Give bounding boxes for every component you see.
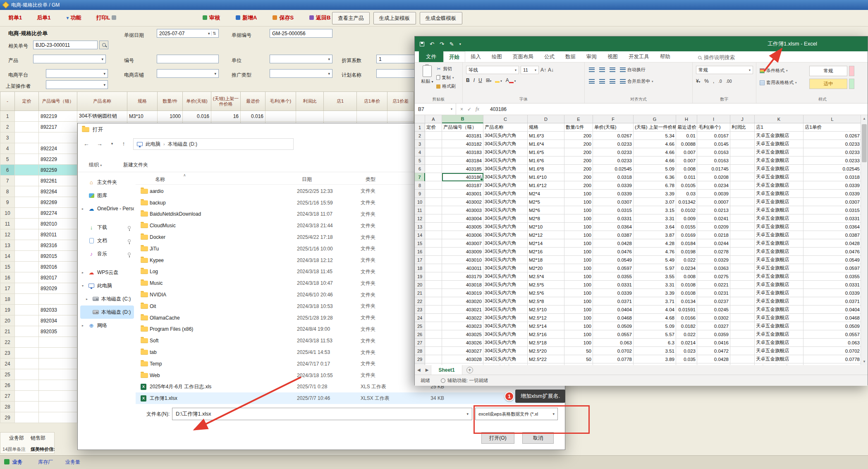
excel-cell[interactable] <box>730 248 755 256</box>
excel-cell[interactable]: M2.5*4 <box>528 272 564 281</box>
excel-cell[interactable]: M2*4 <box>528 190 564 198</box>
excel-cell[interactable]: 0.0102 <box>676 206 697 214</box>
number-format-select[interactable]: 常规▾ <box>696 66 753 74</box>
unit-select[interactable]: ▾ <box>270 55 332 63</box>
erp-cell[interactable] <box>15 197 39 208</box>
excel-cell[interactable]: 0.0339 <box>593 181 634 190</box>
excel-cell[interactable] <box>425 206 442 214</box>
excel-cell[interactable]: 100 <box>564 339 593 347</box>
excel-cell[interactable]: M2.5*6 <box>528 289 564 297</box>
excel-cell[interactable] <box>730 173 755 181</box>
currency-format-button[interactable]: ¥▾ <box>696 78 700 84</box>
sidebar-item-home[interactable]: ⌂主文件夹 <box>80 176 134 189</box>
excel-cell[interactable]: 0.0163 <box>697 156 730 165</box>
excel-cell[interactable] <box>425 339 442 347</box>
excel-cell[interactable]: 0.0182 <box>676 322 697 330</box>
excel-cell[interactable] <box>730 330 755 339</box>
scroll-up-icon[interactable]: ▲ <box>861 117 868 120</box>
open-button[interactable]: 打开(O) <box>481 432 514 444</box>
excel-cell[interactable]: 天卓五金旗舰店 <box>755 339 803 347</box>
erp-cell[interactable] <box>15 165 39 176</box>
excel-cell[interactable]: 0.0315 <box>593 206 634 214</box>
add-sheet-icon[interactable]: + <box>466 367 473 373</box>
erp-cell[interactable] <box>15 186 39 197</box>
erp-cell[interactable]: 892017 <box>39 272 77 283</box>
cell-styles-gallery[interactable]: 常规 适中 <box>809 66 854 89</box>
excel-cell[interactable] <box>730 156 755 165</box>
row-header[interactable]: 7 <box>415 173 425 181</box>
add-button[interactable]: 新增A <box>236 14 257 22</box>
ribbon-tab-数据[interactable]: 数据 <box>560 51 581 62</box>
excel-cell[interactable]: 天卓五金旗舰店 <box>755 322 803 330</box>
erp-cell[interactable] <box>15 337 39 348</box>
excel-cell[interactable] <box>425 239 442 248</box>
excel-cell[interactable]: 0.0184 <box>676 239 697 248</box>
excel-cell[interactable]: 利润比 <box>730 123 755 132</box>
excel-cell[interactable]: 304沉头内六角 <box>483 140 528 148</box>
excel-cell[interactable] <box>425 347 442 355</box>
excel-cell[interactable]: 0.01745 <box>697 165 730 173</box>
related-no-input[interactable]: BJD-23-000011 <box>33 41 98 49</box>
ribbon-tab-公式[interactable]: 公式 <box>539 51 560 62</box>
excel-cell[interactable]: 0.01 <box>676 132 697 140</box>
excel-cell[interactable]: 403018 <box>442 281 483 289</box>
excel-cell[interactable]: M2.5*12 <box>528 314 564 322</box>
excel-cell[interactable]: M2.5*14 <box>528 322 564 330</box>
excel-cell[interactable]: 304沉头内六角 <box>483 297 528 305</box>
align-right-icon[interactable] <box>610 79 615 84</box>
column-header-H[interactable]: H <box>676 115 697 123</box>
wrap-text-button[interactable]: 自动换行 <box>620 67 646 73</box>
excel-cell[interactable]: 0.0557 <box>803 330 861 339</box>
align-bottom-icon[interactable] <box>610 67 615 72</box>
excel-cell[interactable]: 403023 <box>442 322 483 330</box>
excel-cell[interactable]: 304沉头内六角 <box>483 165 528 173</box>
excel-cell[interactable]: 200 <box>564 132 593 140</box>
excel-cell[interactable]: 定价 <box>425 123 442 132</box>
excel-cell[interactable] <box>425 256 442 264</box>
excel-cell[interactable] <box>425 281 442 289</box>
excel-cell[interactable] <box>425 214 442 223</box>
excel-cell[interactable] <box>425 314 442 322</box>
excel-cell[interactable]: 0.0318 <box>593 173 634 181</box>
excel-cell[interactable]: M2*8 <box>528 214 564 223</box>
excel-cell[interactable]: 304沉头内六角 <box>483 148 528 156</box>
excel-cell[interactable]: 4.04 <box>634 305 676 314</box>
excel-cell[interactable]: M1.6*5 <box>528 148 564 156</box>
excel-cell[interactable]: 0.022 <box>676 256 697 264</box>
excel-cell[interactable]: 0.0355 <box>803 272 861 281</box>
excel-cell[interactable] <box>730 190 755 198</box>
erp-cell[interactable] <box>15 143 39 154</box>
excel-cell[interactable]: 0.0509 <box>593 322 634 330</box>
excel-cell[interactable]: M2*5 <box>528 198 564 206</box>
excel-cell[interactable]: 0.0371 <box>593 297 634 305</box>
excel-cell[interactable] <box>425 198 442 206</box>
style-normal-cell[interactable]: 常规 <box>809 66 847 76</box>
erp-cell[interactable]: 892274 <box>39 208 77 219</box>
excel-cell[interactable]: 0.0363 <box>697 264 730 272</box>
excel-cell[interactable]: 0.036 <box>676 363 697 365</box>
excel-cell[interactable]: 0.03 <box>676 190 697 198</box>
erp-cell[interactable] <box>15 240 39 251</box>
excel-cell[interactable]: 单价(天猫) <box>593 123 634 132</box>
excel-cell[interactable]: 403010 <box>442 256 483 264</box>
erp-cell[interactable]: 892011 <box>39 229 77 240</box>
cut-button[interactable]: ✂剪切 <box>436 66 456 72</box>
operator-select[interactable]: ▾ <box>46 80 108 89</box>
erp-cell[interactable]: 1000 <box>158 111 183 122</box>
excel-cell[interactable]: 天卓五金旗舰店 <box>755 165 803 173</box>
excel-cell[interactable]: 403001 <box>442 190 483 198</box>
excel-cell[interactable]: 6.3 <box>634 339 676 347</box>
italic-button[interactable]: I <box>473 77 475 83</box>
excel-cell[interactable]: 0.0198 <box>676 248 697 256</box>
excel-cell[interactable]: 0.0472 <box>697 347 730 355</box>
excel-cell[interactable]: 6.78 <box>634 181 676 190</box>
excel-cell[interactable]: M1.6*6 <box>528 156 564 165</box>
excel-cell[interactable]: 0.0476 <box>803 248 861 256</box>
excel-cell[interactable]: 天卓五金旗舰店 <box>755 347 803 355</box>
erp-cell[interactable] <box>15 402 39 412</box>
excel-cell[interactable]: 0.0428 <box>697 355 730 363</box>
forward-icon[interactable]: → <box>94 138 105 149</box>
erp-cell[interactable]: 892264 <box>39 186 77 197</box>
column-type[interactable]: 类型 <box>366 176 375 183</box>
excel-cell[interactable]: 304沉头内六角 <box>483 190 528 198</box>
